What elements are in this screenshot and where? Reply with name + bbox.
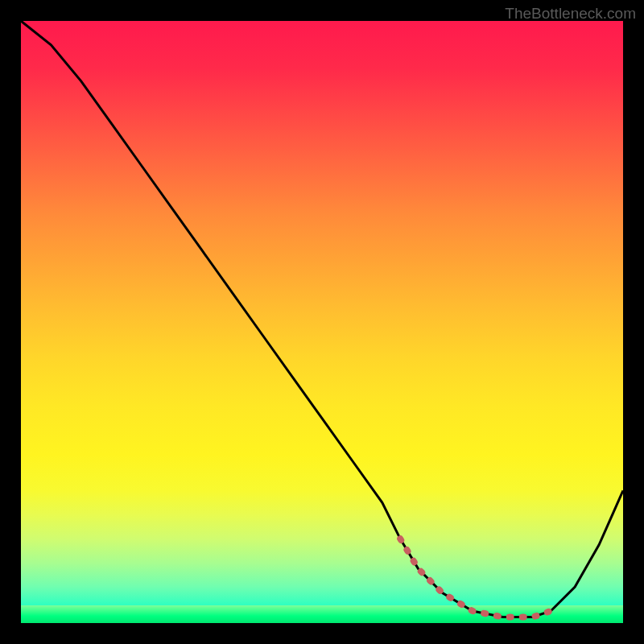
chart-svg [21,21,623,623]
chart-plot-area [21,21,623,623]
watermark-text: TheBottleneck.com [505,5,636,23]
bottleneck-curve-line [21,21,623,617]
optimal-zone-dotted-line [400,539,551,617]
